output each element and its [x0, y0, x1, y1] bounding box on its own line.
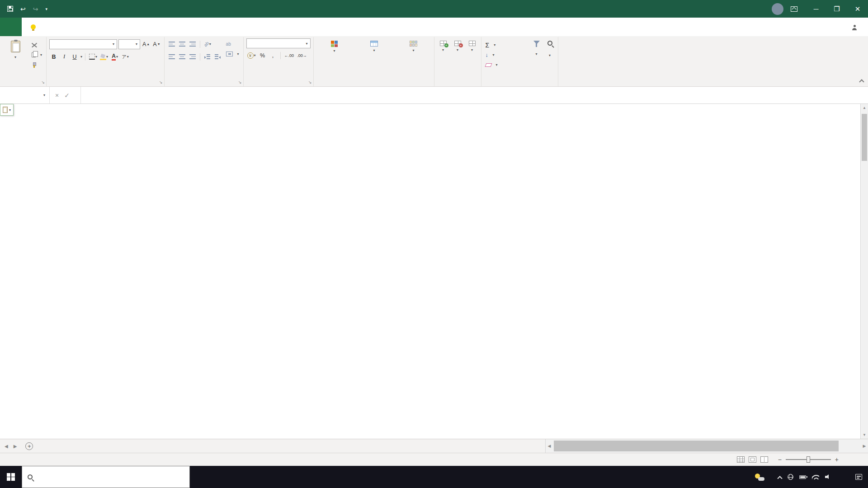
save-button[interactable] — [7, 6, 13, 12]
comma-format-button[interactable]: , — [269, 51, 278, 60]
increase-indent-button[interactable] — [213, 52, 222, 61]
zoom-in-button[interactable]: + — [835, 456, 839, 463]
ribbon-display-options-icon[interactable] — [791, 6, 797, 12]
zoom-slider[interactable] — [786, 459, 831, 460]
chevron-down-icon[interactable]: ▾ — [80, 55, 82, 59]
paste-options-button[interactable]: ▾ — [0, 104, 14, 116]
fill-color-button[interactable]: ▾ — [99, 52, 109, 61]
merge-center-button[interactable]: ▾ — [225, 49, 241, 59]
cell-styles-button[interactable]: ▾ — [396, 38, 431, 53]
percent-format-button[interactable]: % — [258, 51, 267, 60]
bold-button[interactable]: B — [49, 52, 58, 61]
zoom-slider-thumb[interactable] — [807, 456, 810, 463]
align-left-button[interactable] — [167, 52, 176, 61]
align-bottom-button[interactable] — [188, 40, 197, 49]
format-painter-button[interactable] — [30, 60, 43, 70]
align-top-button[interactable] — [167, 40, 176, 49]
font-size-select[interactable]: ▾ — [118, 39, 140, 49]
paint-bucket-icon — [100, 54, 106, 60]
scroll-up-icon[interactable]: ▲ — [861, 104, 868, 112]
shrink-font-button[interactable]: A▼ — [152, 40, 161, 49]
phonetic-guide-button[interactable]: ア▾ — [121, 52, 130, 61]
new-sheet-button[interactable]: + — [25, 442, 33, 450]
avatar[interactable] — [772, 3, 783, 15]
name-box[interactable]: ▾ — [0, 87, 50, 103]
tab-file[interactable] — [0, 18, 22, 36]
delete-cells-button[interactable]: × ▾ — [452, 38, 464, 52]
confirm-entry-icon[interactable]: ✓ — [64, 92, 70, 99]
dialog-launcher-icon[interactable]: ↘ — [159, 80, 163, 84]
group-label-number — [246, 84, 311, 86]
volume-icon[interactable] — [825, 474, 831, 479]
underline-button[interactable]: U — [70, 52, 79, 61]
sort-filter-button[interactable]: ▾ — [531, 38, 542, 56]
wrap-text-button[interactable]: ab — [225, 39, 241, 49]
conditional-formatting-button[interactable]: ▾ — [316, 38, 353, 53]
currency-format-button[interactable]: ¥▾ — [246, 51, 257, 60]
format-as-table-button[interactable]: ▾ — [355, 38, 394, 53]
scroll-left-icon[interactable]: ◀ — [546, 444, 553, 448]
align-middle-button[interactable] — [178, 40, 187, 49]
decrease-indent-button[interactable] — [203, 52, 212, 61]
hidden-icons-chevron[interactable] — [777, 476, 782, 481]
page-layout-view-button[interactable] — [749, 456, 756, 463]
dialog-launcher-icon[interactable]: ↘ — [41, 80, 45, 84]
grow-font-button[interactable]: A▲ — [142, 40, 151, 49]
wrap-text-icon: ab — [226, 42, 231, 47]
taskbar-search-input[interactable] — [22, 466, 190, 488]
start-button[interactable] — [0, 466, 22, 488]
scroll-right-icon[interactable]: ▶ — [861, 444, 868, 448]
insert-cells-button[interactable]: + ▾ — [437, 38, 449, 52]
copy-button[interactable]: ▾ — [30, 50, 43, 60]
cut-button[interactable] — [30, 40, 43, 50]
increase-decimal-button[interactable]: ←.00 — [283, 51, 295, 60]
minimize-button[interactable]: ─ — [806, 0, 826, 18]
wifi-icon[interactable] — [812, 474, 819, 479]
vertical-scrollbar[interactable]: ▲ ▼ — [860, 104, 868, 439]
redo-button[interactable]: ↪ — [33, 5, 38, 13]
format-cells-button[interactable]: ▾ — [466, 38, 478, 52]
battery-icon[interactable] — [799, 475, 806, 479]
cancel-entry-icon[interactable]: × — [55, 92, 59, 99]
qat-customize-button[interactable]: ▾ — [45, 7, 47, 11]
vertical-scrollbar-thumb[interactable] — [862, 114, 867, 161]
collapse-ribbon-icon[interactable] — [859, 79, 864, 84]
scroll-down-icon[interactable]: ▼ — [861, 431, 868, 439]
sheet-nav-right-icon[interactable]: ▶ — [14, 444, 17, 449]
autosum-button[interactable]: Σ▾ — [484, 40, 528, 50]
normal-view-button[interactable] — [737, 456, 745, 463]
dialog-launcher-icon[interactable]: ↘ — [308, 80, 312, 84]
decrease-decimal-button[interactable]: .00→ — [296, 51, 308, 60]
orientation-button[interactable]: ab▾ — [203, 40, 212, 49]
horizontal-scrollbar-thumb[interactable] — [554, 441, 839, 451]
weather-widget[interactable] — [749, 474, 774, 481]
align-center-button[interactable] — [178, 52, 187, 61]
fill-button[interactable]: ↓▾ — [484, 50, 528, 60]
font-name-select[interactable]: ▾ — [49, 39, 117, 49]
formula-input[interactable] — [81, 87, 868, 103]
page-break-view-button[interactable] — [760, 456, 768, 463]
network-globe-icon[interactable] — [788, 474, 793, 480]
horizontal-scrollbar[interactable]: ◀ ▶ — [545, 439, 868, 453]
dialog-launcher-icon[interactable]: ↘ — [238, 80, 242, 84]
sheet-nav-left-icon[interactable]: ◀ — [5, 444, 8, 449]
ribbon-group-styles: ▾ ▾ ▾ — [314, 37, 434, 86]
find-select-button[interactable]: ▾ — [545, 38, 555, 57]
borders-button[interactable]: ▾ — [88, 52, 98, 61]
action-center-button[interactable] — [849, 466, 868, 488]
close-button[interactable]: ✕ — [847, 0, 868, 18]
group-label-cells — [437, 84, 478, 86]
undo-button[interactable]: ↩ — [20, 5, 26, 13]
group-label-alignment — [167, 84, 241, 86]
zoom-out-button[interactable]: − — [778, 456, 782, 463]
align-right-button[interactable] — [188, 52, 197, 61]
share-button[interactable] — [844, 18, 868, 36]
eraser-icon — [485, 63, 492, 67]
paste-button[interactable]: ▾ — [3, 38, 28, 59]
italic-button[interactable]: I — [60, 52, 69, 61]
tell-me-box[interactable] — [31, 18, 39, 36]
maximize-button[interactable]: ❐ — [826, 0, 847, 18]
number-format-select[interactable]: ▾ — [246, 38, 311, 48]
font-color-button[interactable]: A▾ — [110, 52, 119, 61]
clear-button[interactable]: ▾ — [484, 60, 528, 70]
